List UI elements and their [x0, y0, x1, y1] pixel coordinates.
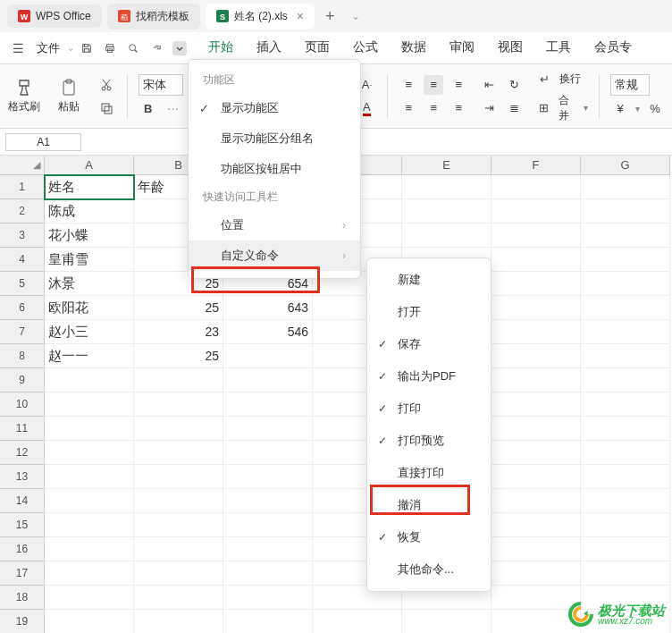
row-header[interactable]: 19	[0, 610, 45, 633]
print-preview-icon[interactable]	[126, 41, 140, 55]
cell-B14[interactable]	[134, 489, 223, 513]
cell-F16[interactable]	[491, 537, 581, 561]
col-header-F[interactable]: F	[491, 156, 581, 175]
cell-F7[interactable]	[491, 320, 581, 344]
cell-B12[interactable]	[134, 441, 223, 465]
cell-G7[interactable]	[581, 320, 670, 344]
cell-E1[interactable]	[402, 175, 491, 199]
cell-G9[interactable]	[581, 368, 670, 392]
cell-A4[interactable]: 皇甫雪	[45, 248, 134, 272]
cell-F4[interactable]	[491, 248, 581, 272]
file-menu[interactable]: 文件	[31, 40, 65, 56]
row-header[interactable]: 1	[0, 175, 45, 199]
add-tab-button[interactable]: +	[320, 7, 340, 26]
cell-A15[interactable]	[45, 513, 134, 537]
row-header[interactable]: 5	[0, 272, 45, 296]
cell-C6[interactable]: 643	[223, 296, 313, 320]
cell-B17[interactable]	[134, 561, 223, 586]
cell-C12[interactable]	[223, 441, 313, 465]
format-painter-button[interactable]: 格式刷	[7, 72, 41, 122]
percent-icon[interactable]: %	[645, 99, 665, 119]
cell-B6[interactable]: 25	[134, 296, 223, 320]
cell-F2[interactable]	[491, 199, 581, 224]
cell-A6[interactable]: 欧阳花	[45, 296, 134, 320]
cell-B10[interactable]	[134, 392, 223, 417]
cell-F3[interactable]	[491, 224, 581, 248]
submenu-export-pdf[interactable]: ✓输出为PDF	[367, 360, 491, 392]
cell-G13[interactable]	[581, 465, 670, 489]
cell-G14[interactable]	[581, 489, 670, 513]
cell-B7[interactable]: 23	[134, 320, 223, 344]
cell-F10[interactable]	[491, 392, 581, 417]
cell-F17[interactable]	[491, 561, 581, 586]
increase-indent-icon[interactable]: ⇥	[479, 98, 499, 118]
cell-F1[interactable]	[491, 175, 581, 199]
name-box[interactable]: A1	[5, 133, 81, 151]
row-header[interactable]: 17	[0, 561, 45, 586]
cell-F9[interactable]	[491, 368, 581, 392]
cell-C14[interactable]	[223, 489, 313, 513]
cell-F15[interactable]	[491, 513, 581, 537]
cell-C11[interactable]	[223, 417, 313, 441]
col-header-E[interactable]: E	[402, 156, 491, 175]
merge-icon[interactable]: ⊞	[534, 98, 552, 118]
menu-show-ribbon[interactable]: ✓显示功能区	[189, 93, 360, 123]
tab-current-file[interactable]: S 姓名 (2).xls ×	[206, 4, 315, 30]
font-name-select[interactable]: 宋体	[139, 74, 183, 96]
ribbon-tab-tools[interactable]: 工具	[544, 36, 573, 61]
cell-G11[interactable]	[581, 417, 670, 441]
cell-B11[interactable]	[134, 417, 223, 441]
cell-G15[interactable]	[581, 513, 670, 537]
ribbon-tab-view[interactable]: 视图	[496, 36, 525, 61]
cell-F14[interactable]	[491, 489, 581, 513]
cell-C19[interactable]	[223, 610, 313, 633]
row-header[interactable]: 4	[0, 248, 45, 272]
cell-D19[interactable]	[313, 610, 402, 633]
align-left-icon[interactable]: ≡	[399, 98, 418, 118]
cut-icon[interactable]	[97, 75, 116, 95]
cell-A19[interactable]	[45, 610, 134, 633]
cell-E19[interactable]	[402, 610, 491, 633]
submenu-new[interactable]: 新建	[367, 264, 491, 296]
cell-C8[interactable]	[223, 344, 313, 368]
col-header-G[interactable]: G	[581, 156, 670, 175]
row-header[interactable]: 14	[0, 489, 45, 513]
row-header[interactable]: 13	[0, 465, 45, 489]
submenu-save[interactable]: ✓保存	[367, 328, 491, 360]
cell-G17[interactable]	[581, 561, 670, 586]
align-middle-icon[interactable]: ≡	[424, 75, 443, 95]
currency-icon[interactable]: ¥	[610, 99, 630, 119]
cell-A12[interactable]	[45, 441, 134, 465]
row-header[interactable]: 16	[0, 537, 45, 561]
cell-A7[interactable]: 赵小三	[45, 320, 134, 344]
row-header[interactable]: 11	[0, 417, 45, 441]
cell-A9[interactable]	[45, 368, 134, 392]
ribbon-tab-insert[interactable]: 插入	[255, 36, 283, 61]
cell-A8[interactable]: 赵一一	[45, 344, 134, 368]
col-header-A[interactable]: A	[45, 156, 134, 175]
submenu-direct-print[interactable]: 直接打印	[367, 457, 491, 489]
cell-C18[interactable]	[223, 586, 313, 610]
cell-A16[interactable]	[45, 537, 134, 561]
cell-A13[interactable]	[45, 465, 134, 489]
cell-E3[interactable]	[402, 224, 491, 248]
cell-B19[interactable]	[134, 610, 223, 633]
menu-position[interactable]: 位置›	[189, 210, 360, 241]
menu-center-buttons[interactable]: 功能区按钮居中	[189, 154, 360, 184]
decrease-indent-icon[interactable]: ⇤	[479, 75, 499, 95]
cell-G10[interactable]	[581, 392, 670, 417]
cell-F8[interactable]	[491, 344, 581, 368]
cell-F12[interactable]	[491, 441, 581, 465]
cell-F5[interactable]	[491, 272, 581, 296]
bold-button[interactable]: B	[139, 99, 158, 119]
cell-G4[interactable]	[581, 248, 670, 272]
row-header[interactable]: 10	[0, 392, 45, 417]
orientation-icon[interactable]: ↻	[504, 75, 524, 95]
cell-B16[interactable]	[134, 537, 223, 561]
cell-F13[interactable]	[491, 465, 581, 489]
row-header[interactable]: 7	[0, 320, 45, 344]
cell-C16[interactable]	[223, 537, 313, 561]
row-header[interactable]: 18	[0, 586, 45, 610]
cell-B13[interactable]	[134, 465, 223, 489]
cell-B15[interactable]	[134, 513, 223, 537]
